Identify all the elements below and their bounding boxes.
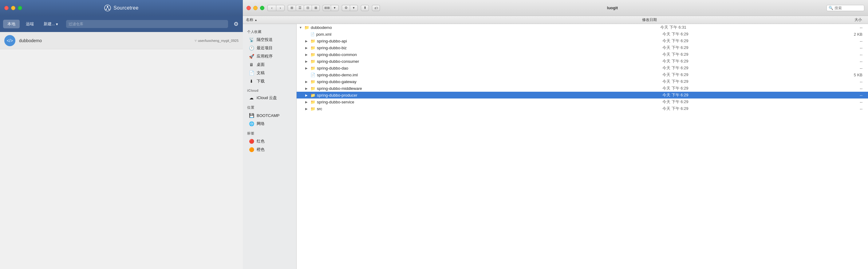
view-icon-gallery[interactable]: ⊠ <box>312 5 320 11</box>
file-row[interactable]: ▶📁spring-dubbo-producer今天 下午 6:29-- <box>297 92 868 99</box>
sidebar-item-0-1[interactable]: 🕐最近项目 <box>244 44 295 52</box>
file-row[interactable]: ▶📁spring-dubbo-gateway今天 下午 6:29-- <box>297 78 868 85</box>
view-extra-icon[interactable]: ⊞⊞ <box>323 5 331 11</box>
app-title-group: Sourcetree <box>104 5 138 11</box>
svg-point-2 <box>106 9 107 10</box>
file-date-4: 今天 下午 6:29 <box>662 52 841 57</box>
col-name-header[interactable]: 名称 ▲ <box>246 17 642 23</box>
share-icon[interactable]: ⬆ <box>361 5 369 11</box>
sidebar-icon-2-1: 🌐 <box>249 121 254 127</box>
finder-close-button[interactable] <box>247 6 251 10</box>
file-row[interactable]: ▶📁spring-dubbo-service今天 下午 6:29-- <box>297 99 868 105</box>
sidebar-item-2-1[interactable]: 🌐网络 <box>244 120 295 128</box>
file-type-icon-10: 📁 <box>310 93 315 98</box>
sidebar-icon-0-3: 🖥 <box>249 62 254 68</box>
search-input[interactable] <box>66 20 228 28</box>
tag-icon[interactable]: 🏷 <box>372 5 380 11</box>
sidebar-icon-0-1: 🕐 <box>249 45 254 51</box>
view-icon-grid[interactable]: ⊞ <box>288 5 296 11</box>
file-row[interactable]: ▶📁src今天 下午 6:29-- <box>297 105 868 112</box>
sidebar-label-2-1: 网络 <box>257 121 265 127</box>
expand-arrow-icon: ▶ <box>305 60 309 63</box>
file-type-icon-11: 📁 <box>310 100 315 104</box>
file-name-text-5: spring-dubbo-consumer <box>317 59 359 64</box>
sidebar-item-1-0[interactable]: ☁iCloud 云盘 <box>244 94 295 102</box>
file-type-icon-2: 📁 <box>310 39 315 44</box>
sidebar-item-0-2[interactable]: 🚀应用程序 <box>244 52 295 60</box>
svg-line-4 <box>106 7 108 9</box>
finder-search-input[interactable] <box>835 6 862 10</box>
file-type-icon-12: 📁 <box>310 107 315 111</box>
expand-arrow-icon: ▶ <box>305 46 309 50</box>
sidebar-item-2-0[interactable]: 💾BOOTCAMP <box>244 111 295 119</box>
search-box <box>66 20 228 28</box>
col-date-header[interactable]: 修改日期 <box>642 17 840 23</box>
sidebar-icon-3-0: 🔴 <box>249 138 254 144</box>
file-row[interactable]: ▶📁spring-dubbo-middleware今天 下午 6:29-- <box>297 85 868 92</box>
finder-file-list: ▼📁dubbodemo今天 下午 6:31--📄pom.xml今天 下午 6:2… <box>297 24 868 269</box>
file-size-11: -- <box>841 100 866 104</box>
sidebar-item-0-4[interactable]: 📄文稿 <box>244 69 295 77</box>
file-name-text-4: spring-dubbo-common <box>317 52 357 57</box>
file-row[interactable]: ▼📁dubbodemo今天 下午 6:31-- <box>297 24 868 31</box>
file-row[interactable]: 📄pom.xml今天 下午 6:292 KB <box>297 31 868 37</box>
finder-traffic-lights <box>247 6 264 10</box>
file-size-1: 2 KB <box>841 32 866 37</box>
tab-local[interactable]: 本地 <box>3 20 20 28</box>
sourcetree-titlebar: Sourcetree <box>0 0 243 16</box>
finder-minimize-button[interactable] <box>253 6 257 10</box>
view-icon-list[interactable]: ☰ <box>296 5 304 11</box>
repo-avatar: </> <box>4 35 16 46</box>
file-name-cell-4: ▶📁spring-dubbo-common <box>305 52 662 57</box>
file-size-10: -- <box>841 93 866 98</box>
sidebar-item-3-1[interactable]: 🟠橙色 <box>244 145 295 154</box>
file-row[interactable]: ▶📁spring-dubbo-biz今天 下午 6:29-- <box>297 44 868 51</box>
tab-remote[interactable]: 远端 <box>22 20 38 28</box>
view-extra-arrow[interactable]: ▾ <box>331 5 339 11</box>
finder-sidebar: 个人收藏📡隔空投送🕐最近项目🚀应用程序🖥桌面📄文稿⬇下载iCloud☁iClou… <box>243 24 297 269</box>
file-row[interactable]: ▶📁spring-dubbo-common今天 下午 6:29-- <box>297 51 868 58</box>
action-icon[interactable]: ⚙ <box>342 5 350 11</box>
sidebar-item-3-0[interactable]: 🔴红色 <box>244 137 295 145</box>
minimize-button[interactable] <box>11 6 16 10</box>
sourcetree-toolbar: 本地 远端 新建... ▾ ⚙ <box>0 16 243 32</box>
sidebar-label-3-1: 橙色 <box>257 147 265 152</box>
sidebar-label-0-4: 文稿 <box>257 70 265 76</box>
sidebar-item-0-5[interactable]: ⬇下载 <box>244 77 295 85</box>
repo-branch: ⑂ user/luocheng_mygit_0925 <box>194 39 239 43</box>
sidebar-section-1: iCloud <box>243 86 296 93</box>
finder-body: 个人收藏📡隔空投送🕐最近项目🚀应用程序🖥桌面📄文稿⬇下载iCloud☁iClou… <box>243 24 868 269</box>
file-row[interactable]: 📄spring-dubbo-demo.iml今天 下午 6:295 KB <box>297 72 868 78</box>
settings-icon[interactable]: ⚙ <box>232 19 240 29</box>
finder-back-button[interactable]: ‹ <box>268 5 276 11</box>
maximize-button[interactable] <box>18 6 22 10</box>
sidebar-item-0-3[interactable]: 🖥桌面 <box>244 61 295 69</box>
sidebar-label-0-1: 最近项目 <box>257 45 273 51</box>
sidebar-section-3: 标签 <box>243 128 296 137</box>
column-header: 名称 ▲ 修改日期 大小 <box>243 16 868 24</box>
file-size-3: -- <box>841 46 866 50</box>
file-name-cell-8: ▶📁spring-dubbo-gateway <box>305 79 662 84</box>
file-date-12: 今天 下午 6:29 <box>662 106 841 111</box>
finder-maximize-button[interactable] <box>260 6 264 10</box>
finder-search-box: 🔍 <box>827 5 864 11</box>
svg-point-3 <box>108 9 110 10</box>
tab-new[interactable]: 新建... ▾ <box>40 20 62 28</box>
repo-item[interactable]: </> dubbodemo ⑂ user/luocheng_mygit_0925 <box>0 32 243 49</box>
finder-search-icon: 🔍 <box>829 6 833 10</box>
sidebar-item-0-0[interactable]: 📡隔空投送 <box>244 36 295 44</box>
action-arrow[interactable]: ▾ <box>350 5 358 11</box>
expand-arrow-icon: ▶ <box>305 53 309 56</box>
file-row[interactable]: ▶📁spring-dubbo-dao今天 下午 6:29-- <box>297 64 868 72</box>
file-date-2: 今天 下午 6:29 <box>662 38 841 44</box>
file-date-10: 今天 下午 6:29 <box>662 92 841 98</box>
sidebar-label-2-0: BOOTCAMP <box>257 113 279 118</box>
file-row[interactable]: ▶📁spring-dubbo-api今天 下午 6:29-- <box>297 37 868 44</box>
col-size-header[interactable]: 大小 <box>840 17 865 23</box>
file-row[interactable]: ▶📁spring-dubbo-consumer今天 下午 6:29-- <box>297 58 868 64</box>
view-icon-column[interactable]: ⊟ <box>304 5 312 11</box>
file-name-text-0: dubbodemo <box>311 25 332 30</box>
close-button[interactable] <box>4 6 9 10</box>
sidebar-label-3-0: 红色 <box>257 138 265 144</box>
finder-forward-button[interactable]: › <box>276 5 285 11</box>
